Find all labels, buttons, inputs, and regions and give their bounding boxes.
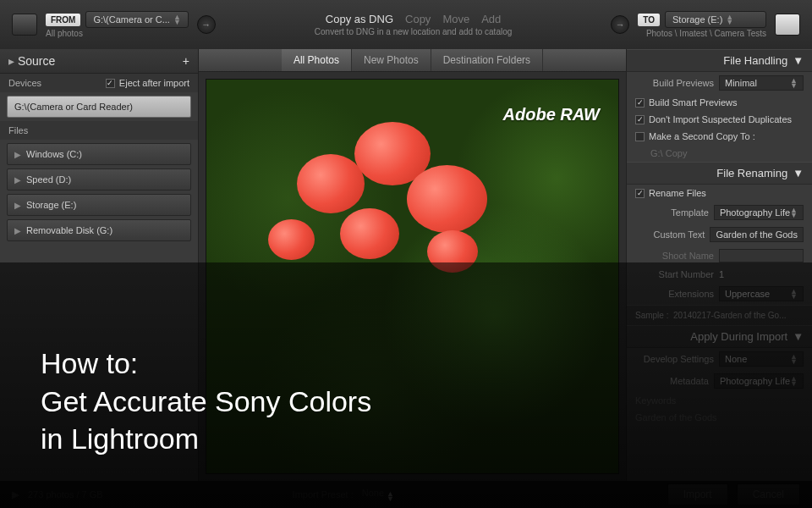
source-path-select[interactable]: G:\(Camera or C... ▲▼ — [85, 11, 188, 28]
dest-drive-icon — [775, 14, 800, 36]
keywords-value: Garden of the Gods — [635, 412, 717, 422]
add-source-icon[interactable]: + — [183, 54, 189, 68]
develop-settings-label: Develop Settings — [644, 354, 714, 364]
smart-previews-checkbox[interactable]: ✓Build Smart Previews — [635, 97, 738, 108]
custom-text-input[interactable]: Garden of the Gods — [710, 227, 804, 242]
custom-text-label: Custom Text — [653, 229, 705, 240]
source-title: Source — [18, 54, 55, 68]
chevron-right-icon: ▶ — [14, 175, 21, 185]
template-select[interactable]: Photography Life▲▼ — [714, 205, 804, 220]
tab-new-photos[interactable]: New Photos — [352, 49, 431, 71]
sample-row: Sample : 20140217-Garden of the Go... — [627, 305, 812, 325]
metadata-select[interactable]: Photography Life▲▼ — [714, 373, 804, 389]
cancel-button[interactable]: Cancel — [737, 483, 800, 505]
mode-copy[interactable]: Copy — [405, 13, 431, 25]
second-copy-checkbox[interactable]: Make a Second Copy To : — [635, 131, 755, 141]
dest-expand-arrow[interactable]: → — [611, 15, 629, 34]
files-label: Files — [0, 121, 198, 140]
template-label: Template — [671, 207, 709, 218]
chevron-right-icon: ▶ — [14, 201, 21, 210]
rename-files-checkbox[interactable]: ✓Rename Files — [635, 188, 706, 198]
triangle-down-icon: ▼ — [793, 54, 804, 67]
devices-label: Devices — [8, 78, 41, 88]
triangle-down-icon: ▼ — [793, 330, 804, 343]
dest-path-text: Storage (E:) — [672, 14, 722, 25]
file-handling-header[interactable]: File Handling▼ — [627, 49, 812, 72]
start-number-value[interactable]: 1 — [719, 269, 804, 279]
import-mode-area: Copy as DNG Copy Move Add Convert to DNG… — [224, 13, 602, 36]
shoot-name-input — [719, 249, 804, 262]
photo-preview[interactable]: Adobe RAW — [206, 79, 619, 474]
chevron-right-icon[interactable]: ▶ — [12, 489, 19, 500]
drive-item-g[interactable]: ▶Removable Disk (G:) — [7, 219, 191, 241]
main-area: ▸ Source + Devices ✓Eject after import G… — [0, 49, 812, 481]
right-panel: File Handling▼ Build Previews Minimal▲▼ … — [626, 49, 812, 481]
updown-icon: ▲▼ — [173, 14, 181, 25]
devices-row: Devices ✓Eject after import — [0, 74, 198, 92]
keywords-label: Keywords — [635, 395, 676, 406]
extensions-select[interactable]: Uppercase▲▼ — [719, 286, 804, 301]
source-path-text: G:\(Camera or C... — [93, 14, 169, 25]
top-bar: FROM G:\(Camera or C... ▲▼ All photos → … — [0, 0, 812, 49]
second-copy-path: G:\ Copy — [650, 148, 687, 158]
source-expand-arrow[interactable]: → — [197, 15, 216, 34]
drive-item-c[interactable]: ▶Windows (C:) — [7, 143, 191, 165]
import-preset-value[interactable]: None ▲▼ — [362, 488, 394, 501]
metadata-label: Metadata — [670, 376, 709, 386]
drive-item-e[interactable]: ▶Storage (E:) — [7, 194, 191, 216]
center-panel: All Photos New Photos Destination Folder… — [199, 49, 626, 481]
source-drive-icon — [12, 14, 37, 36]
import-mode-subtitle: Convert to DNG in a new location and add… — [224, 27, 602, 36]
file-renaming-header[interactable]: File Renaming▼ — [627, 162, 812, 185]
develop-settings-select[interactable]: None▲▼ — [719, 351, 804, 367]
mode-move[interactable]: Move — [442, 13, 469, 25]
triangle-down-icon: ▼ — [793, 167, 804, 179]
to-tag: TO — [638, 14, 660, 26]
tab-destination-folders[interactable]: Destination Folders — [431, 49, 543, 71]
chevron-right-icon: ▶ — [14, 150, 21, 159]
mode-copy-dng[interactable]: Copy as DNG — [326, 13, 393, 25]
build-previews-label: Build Previews — [653, 78, 714, 88]
no-dupes-checkbox[interactable]: ✓Don't Import Suspected Duplicates — [635, 114, 792, 124]
watermark-text: Adobe RAW — [503, 105, 600, 124]
source-panel: ▸ Source + Devices ✓Eject after import G… — [0, 49, 199, 481]
triangle-right-icon: ▸ — [8, 54, 14, 68]
source-panel-header[interactable]: ▸ Source + — [0, 49, 198, 74]
photo-flowers — [268, 111, 557, 328]
start-number-label: Start Number — [659, 269, 714, 279]
device-item[interactable]: G:\(Camera or Card Reader) — [7, 96, 191, 118]
from-tag: FROM — [46, 14, 80, 26]
drive-item-d[interactable]: ▶Speed (D:) — [7, 168, 191, 190]
source-path-sub: All photos — [46, 29, 189, 38]
import-preset-label: Import Preset : — [293, 489, 354, 500]
apply-import-header[interactable]: Apply During Import▼ — [627, 325, 812, 348]
photo-count: 273 photos / 7 GB — [28, 489, 284, 500]
bottom-bar: ▶ 273 photos / 7 GB Import Preset : None… — [0, 481, 812, 508]
preview-tabs: All Photos New Photos Destination Folder… — [199, 49, 626, 72]
dest-path-select[interactable]: Storage (E:) ▲▼ — [665, 11, 766, 28]
dest-path-sub: Photos \ Imatest \ Camera Tests — [646, 29, 766, 38]
chevron-right-icon: ▶ — [14, 226, 21, 235]
import-button[interactable]: Import — [667, 483, 728, 505]
shoot-name-label: Shoot Name — [662, 251, 714, 261]
build-previews-select[interactable]: Minimal▲▼ — [719, 75, 804, 91]
extensions-label: Extensions — [668, 289, 714, 299]
eject-checkbox[interactable]: ✓Eject after import — [106, 78, 189, 88]
tab-all-photos[interactable]: All Photos — [282, 49, 352, 71]
mode-add[interactable]: Add — [481, 13, 501, 25]
updown-icon: ▲▼ — [726, 14, 733, 25]
